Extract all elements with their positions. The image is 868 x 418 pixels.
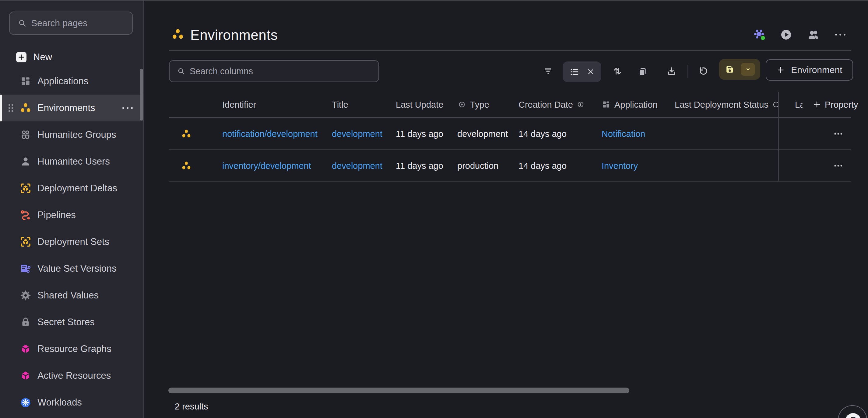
radio-icon [457,100,466,109]
column-header-type[interactable]: Type [457,99,489,109]
plus-icon [813,100,821,109]
ellipsis-icon[interactable] [121,104,134,111]
table-row[interactable]: notification/development development 11 … [169,118,851,150]
page-title: Environments [190,27,278,43]
column-header-truncated[interactable]: La [795,99,803,109]
download-icon[interactable] [661,61,682,82]
row-actions-ellipsis-icon[interactable] [832,131,846,137]
resource-cube-icon [19,342,33,356]
save-button[interactable] [719,59,760,80]
sidebar-item-shared-values[interactable]: Shared Values [0,282,144,309]
save-menu-button[interactable] [741,63,755,76]
cell-creation-date: 14 days ago [519,129,566,139]
results-count: 2 results [175,401,208,412]
add-environment-label: Environment [791,65,842,75]
add-property-button[interactable]: Property [813,99,858,109]
column-header-title[interactable]: Title [332,99,348,109]
add-environment-button[interactable]: Environment [766,59,853,81]
filter-icon[interactable] [538,61,558,82]
main-content: Environments [145,1,868,418]
kubernetes-icon [19,395,33,410]
chevron-down-icon [744,65,752,73]
sidebar-item-secret-stores[interactable]: Secret Stores [0,309,144,335]
people-icon[interactable] [806,27,821,42]
close-icon[interactable] [587,68,595,76]
applications-grid-icon [19,74,33,88]
groups-icon [19,128,33,142]
list-view-icon [569,67,580,77]
pipeline-icon [19,208,33,222]
sidebar-item-deployment-sets[interactable]: Deployment Sets [0,228,144,255]
cell-title-link[interactable]: development [332,129,382,139]
cell-application-link[interactable]: Notification [601,129,645,139]
header-divider [169,50,851,51]
environments-cluster-icon [181,128,192,140]
column-header-last-deployment-status[interactable]: Last Deployment Status [675,99,780,109]
sidebar: New Applications Environments [0,1,144,418]
applications-grid-icon [601,100,611,109]
help-button[interactable]: ? [838,405,867,418]
search-icon [177,67,185,75]
cell-creation-date: 14 days ago [519,161,566,171]
search-icon [18,19,27,28]
save-icon [724,64,736,75]
cell-title-link[interactable]: development [332,161,382,171]
table-header: Identifier Title Last Update Type Creati… [169,92,851,118]
pinned-column-divider [778,92,779,181]
sidebar-item-deployment-deltas[interactable]: Deployment Deltas [0,175,144,202]
cell-identifier-link[interactable]: inventory/development [222,161,311,171]
toolbar-separator [687,65,687,78]
sidebar-nav: Applications Environments Humanitec Gr [0,68,144,416]
resource-cube-icon [19,369,33,383]
value-set-icon [19,262,33,276]
column-header-application[interactable]: Application [601,99,658,109]
add-property-label: Property [825,99,858,109]
cell-identifier-link[interactable]: notification/development [222,129,317,139]
sidebar-item-environments[interactable]: Environments [0,95,144,121]
sidebar-item-resource-graphs[interactable]: Resource Graphs [0,335,144,362]
list-view-toggle[interactable] [563,61,601,82]
sidebar-item-humanitec-groups[interactable]: Humanitec Groups [0,121,144,148]
new-button-label: New [33,52,52,63]
column-header-last-update[interactable]: Last Update [396,99,443,109]
environments-cluster-icon [181,160,192,171]
sidebar-search [9,11,133,35]
column-header-creation-date[interactable]: Creation Date [519,99,585,109]
app-root: New Applications Environments [0,0,868,418]
sidebar-item-workloads[interactable]: Workloads [0,389,144,416]
sidebar-item-value-set-versions[interactable]: Value Set Versions [0,255,144,282]
lock-icon [19,315,33,329]
environments-cluster-icon [170,27,185,42]
plus-icon [776,66,785,74]
cell-last-update: 11 days ago [396,129,443,139]
sidebar-item-humanitec-users[interactable]: Humanitec Users [0,148,144,175]
undo-icon[interactable] [692,61,713,82]
info-icon [577,101,585,108]
sidebar-search-input[interactable] [31,18,149,28]
play-circle-icon[interactable] [779,27,794,42]
horizontal-scrollbar-thumb[interactable] [168,388,629,393]
plus-icon [16,52,27,62]
cell-last-update: 11 days ago [396,161,443,171]
row-actions-ellipsis-icon[interactable] [832,163,846,169]
cell-type: development [457,129,508,139]
cell-application-link[interactable]: Inventory [601,161,638,171]
copy-icon[interactable] [632,61,653,82]
table-row[interactable]: inventory/development development 11 day… [169,150,851,182]
column-header-identifier[interactable]: Identifier [222,99,256,109]
deployment-cube-icon [19,235,33,249]
columns-search [169,60,379,82]
user-icon [19,155,33,168]
ellipsis-icon[interactable] [833,27,847,42]
sidebar-scrollbar-thumb[interactable] [140,69,143,121]
sidebar-item-pipelines[interactable]: Pipelines [0,202,144,228]
hub-status-icon[interactable] [752,27,767,42]
sidebar-item-applications[interactable]: Applications [0,68,144,95]
drag-handle-icon[interactable] [5,102,16,114]
sort-arrows-icon[interactable] [607,61,628,82]
sidebar-item-active-resources[interactable]: Active Resources [0,362,144,389]
new-button[interactable]: New [0,44,144,70]
gear-icon [19,288,33,302]
columns-search-input[interactable] [190,66,374,76]
environments-cluster-icon [19,101,33,115]
